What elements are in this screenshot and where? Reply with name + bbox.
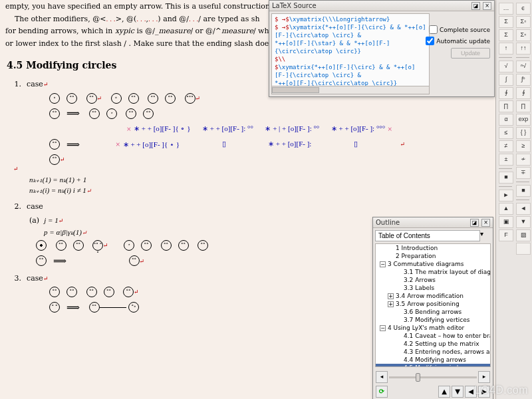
toc-tree[interactable]: 1 Introduction2 Preparation−3 Commutativ… xyxy=(375,243,491,367)
toolbar-button[interactable]: F xyxy=(499,229,513,241)
toolbar-button[interactable]: ≤ xyxy=(499,127,513,139)
latex-source-panel[interactable]: LaTeX Source ◪ × $ →$\xymatrix{\\\Longri… xyxy=(269,0,495,97)
toolbar-button[interactable]: ≠ xyxy=(499,140,513,152)
close-icon[interactable]: × xyxy=(481,219,490,227)
toc-node[interactable]: −4 Using LyX's math editor xyxy=(376,324,490,332)
panel-title: Outline xyxy=(376,219,467,226)
toc-node[interactable]: 4.4 Modifying arrows xyxy=(376,356,490,364)
toolbar-button[interactable]: Σ xyxy=(499,16,513,28)
toc-node[interactable]: 3.7 Modifying vertices xyxy=(376,316,490,324)
toolbar-button[interactable]: √ xyxy=(499,61,513,72)
toolbar-button[interactable]: ∏ xyxy=(516,100,531,112)
toolbar-button[interactable]: ϵ xyxy=(516,3,531,15)
watermark: LO4D.com xyxy=(475,384,528,396)
toolbar-button[interactable]: ► xyxy=(499,190,513,201)
toc-node[interactable]: 3.2 Arrows xyxy=(376,276,490,284)
panel-titlebar[interactable]: Outline ◪ × xyxy=(373,217,493,228)
float-icon[interactable]: ◪ xyxy=(470,219,479,227)
toolbar-button[interactable]: ≁ xyxy=(516,154,531,166)
toolbar-button[interactable]: ■ xyxy=(516,185,531,197)
toolbar-button[interactable]: ∮ xyxy=(516,87,531,99)
move-down-button[interactable]: ▼ xyxy=(452,386,464,398)
toolbar-button[interactable]: { } xyxy=(516,127,531,139)
toolbar-button[interactable]: exp tan xyxy=(516,114,531,126)
toolbar-button[interactable]: Σ▫ xyxy=(516,16,531,28)
toc-node[interactable]: −3 Commutative diagrams xyxy=(376,260,490,268)
toolbar-button[interactable]: ▨ xyxy=(516,229,531,241)
toolbar-button[interactable]: α xyxy=(499,114,513,126)
latex-source-view[interactable]: $ →$\xymatrix{\\\Longrightarrow} $ →$\xy… xyxy=(271,13,430,94)
toolbar-button[interactable]: ◄ xyxy=(516,203,531,215)
auto-update-checkbox[interactable]: Automatic update xyxy=(426,37,490,45)
toc-node[interactable]: 3.6 Bending arrows xyxy=(376,308,490,316)
panel-title: LaTeX Source xyxy=(272,2,469,9)
toc-node[interactable]: 4.2 Setting up the matrix xyxy=(376,340,490,348)
refresh-button[interactable]: ⟳ xyxy=(376,386,388,398)
toc-node[interactable]: 4.3 Entering nodes, arrows and labels xyxy=(376,348,490,356)
scrollbar-horizontal[interactable] xyxy=(272,86,429,94)
toc-node[interactable]: 3.1 The matrix layout of diagrams xyxy=(376,268,490,276)
toolbar-button[interactable]: Σ xyxy=(499,29,513,41)
math-toolbar: …ΣΣ↑√∫∮∏α≤≠±■►▲▣F ϵΣ▫Σ▫↑↑ⁿ√∫ᵇ∮∏exp tan{ … xyxy=(495,0,532,399)
toolbar-button[interactable]: ▣ xyxy=(499,216,513,228)
toc-type-combo[interactable] xyxy=(375,230,480,241)
toc-node[interactable]: +3.4 Arrow modification xyxy=(376,292,490,300)
toolbar-button[interactable]: ↑↑ xyxy=(516,43,531,55)
toolbar-button[interactable]: ∫ᵇ xyxy=(516,74,531,86)
toc-node[interactable]: +3.5 Arrow positioning xyxy=(376,300,490,308)
float-icon[interactable]: ◪ xyxy=(471,2,480,10)
complete-source-checkbox[interactable]: Complete source xyxy=(429,25,490,34)
toolbar-button[interactable]: ± xyxy=(499,154,513,166)
toolbar-button[interactable]: … xyxy=(499,3,513,15)
chevron-down-icon[interactable]: ▾ xyxy=(480,230,491,241)
outline-panel[interactable]: Outline ◪ × ▾ 1 Introduction2 Preparatio… xyxy=(372,217,493,399)
toc-node[interactable]: 4.5 Modifying circles xyxy=(376,364,490,367)
toolbar-button[interactable]: ↑ xyxy=(499,43,513,55)
toolbar-button[interactable]: ∮ xyxy=(499,87,513,99)
math: nₖ₊₁(1) = nₖ(1) + 1 xyxy=(29,174,486,186)
toolbar-button[interactable]: ■ xyxy=(499,172,513,184)
close-icon[interactable]: × xyxy=(483,2,491,10)
toolbar-button[interactable]: ∏ xyxy=(499,100,513,112)
toolbar-button[interactable] xyxy=(516,243,531,255)
move-up-button[interactable]: ▲ xyxy=(438,386,450,398)
toolbar-button[interactable]: ▲ xyxy=(499,203,513,215)
toc-node[interactable]: 1 Introduction xyxy=(376,244,490,252)
toolbar-button[interactable]: ∫ xyxy=(499,74,513,86)
decrease-depth-button[interactable]: ◂ xyxy=(376,371,388,383)
toolbar-button[interactable]: ≥ xyxy=(516,140,531,152)
toolbar-button[interactable]: ⁿ√ xyxy=(516,61,531,72)
toc-node[interactable]: 4.1 Caveat – how to enter braces xyxy=(376,332,490,340)
update-button[interactable]: Update xyxy=(451,48,490,59)
math: nₖ₊₁(i) = nₖ(i) i ≠ 1↵ xyxy=(29,185,486,196)
panel-titlebar[interactable]: LaTeX Source ◪ × xyxy=(269,1,494,11)
depth-slider-row: ◂ ▸ xyxy=(376,371,490,383)
toc-node[interactable]: 3.3 Labels xyxy=(376,284,490,292)
toolbar-button[interactable]: Σ▫ xyxy=(516,29,531,41)
increase-depth-button[interactable]: ▸ xyxy=(478,371,490,383)
toc-node[interactable]: 2 Preparation xyxy=(376,252,490,260)
depth-slider[interactable] xyxy=(389,376,477,378)
toolbar-button[interactable]: ∓ xyxy=(516,167,531,179)
toolbar-button[interactable]: ▼ xyxy=(516,216,531,228)
